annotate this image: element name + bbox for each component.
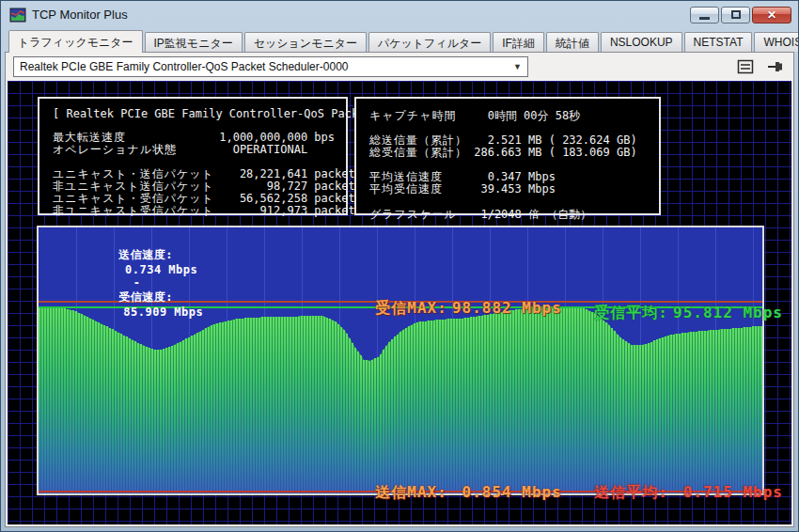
recv-avg-readout: 受信平均:95.812 Mbps bbox=[494, 286, 783, 341]
info-row: オペレーショナル状態 OPERATIONAL bbox=[53, 144, 338, 156]
tab-whois[interactable]: WHOIS bbox=[754, 32, 799, 52]
app-window: TCP Monitor Plus ✕ トラフィックモニター IP監視モニター セ… bbox=[0, 0, 799, 532]
list-icon bbox=[737, 59, 754, 74]
send-avg-value: 0.715 Mbps bbox=[668, 483, 783, 501]
send-avg-readout: 送信平均:0.715 Mbps bbox=[494, 465, 783, 521]
send-speed-label: 送信速度: bbox=[118, 248, 173, 261]
adapter-list-button[interactable] bbox=[735, 57, 756, 76]
tab-if-detail[interactable]: IF詳細 bbox=[493, 32, 544, 52]
info-row: グラフスケール 1/2048 倍 （自動） bbox=[369, 209, 651, 221]
interface-info-panel: [ Realtek PCIe GBE Family Controller-QoS… bbox=[38, 97, 348, 215]
adapter-toolbar: Realtek PCIe GBE Family Controller-QoS P… bbox=[6, 53, 793, 81]
titlebar: TCP Monitor Plus ✕ bbox=[2, 2, 797, 31]
info-row: キャプチャ時間 0時間 00分 58秒 bbox=[369, 110, 651, 122]
recv-avg-value: 95.812 Mbps bbox=[668, 304, 783, 321]
always-on-top-button[interactable] bbox=[765, 57, 786, 76]
close-button[interactable]: ✕ bbox=[752, 7, 791, 23]
send-speed-value: 0.734 Mbps bbox=[118, 263, 197, 276]
monitor-canvas: [ Realtek PCIe GBE Family Controller-QoS… bbox=[8, 81, 791, 524]
info-row: 総受信量（累計） 286.663 MB ( 183.069 GB) bbox=[369, 147, 651, 159]
minimize-button[interactable] bbox=[690, 7, 719, 23]
send-avg-label: 送信平均: bbox=[594, 483, 668, 501]
maximize-button[interactable] bbox=[721, 7, 750, 23]
recv-avg-label: 受信平均: bbox=[594, 304, 668, 321]
tab-nslookup[interactable]: NSLOOKUP bbox=[601, 32, 682, 52]
app-icon bbox=[9, 8, 26, 23]
window-title: TCP Monitor Plus bbox=[32, 8, 128, 22]
graph-current-speeds: 送信速度: 0.734 Mbps - 受信速度: 85.909 Mbps bbox=[46, 234, 203, 332]
chevron-down-icon: ▼ bbox=[513, 62, 522, 71]
traffic-monitor-page: Realtek PCIe GBE Family Controller-QoS P… bbox=[5, 52, 794, 527]
send-max-label: 送信MAX: bbox=[375, 483, 447, 501]
tab-bar: トラフィックモニター IP監視モニター セッションモニター パケットフィルター … bbox=[8, 32, 792, 52]
traffic-graph: 送信速度: 0.734 Mbps - 受信速度: 85.909 Mbps 受信M… bbox=[37, 226, 764, 495]
adapter-select[interactable]: Realtek PCIe GBE Family Controller-QoS P… bbox=[13, 56, 528, 77]
tab-ip-monitor[interactable]: IP監視モニター bbox=[145, 32, 243, 52]
maximize-icon bbox=[731, 10, 741, 19]
minimize-icon bbox=[699, 17, 710, 20]
tab-netstat[interactable]: NETSTAT bbox=[684, 32, 753, 52]
capture-info-panel: キャプチャ時間 0時間 00分 58秒 総送信量（累計） 2.521 MB ( … bbox=[354, 97, 661, 215]
pin-icon bbox=[767, 59, 784, 74]
tab-packet-filter[interactable]: パケットフィルター bbox=[368, 32, 491, 52]
tab-statistics[interactable]: 統計値 bbox=[546, 32, 599, 52]
close-icon: ✕ bbox=[767, 8, 776, 22]
recv-max-label: 受信MAX: bbox=[375, 299, 447, 317]
info-row: 平均受信速度 39.453 Mbps bbox=[369, 183, 651, 196]
tab-traffic-monitor[interactable]: トラフィックモニター bbox=[8, 30, 143, 53]
adapter-select-value: Realtek PCIe GBE Family Controller-QoS P… bbox=[20, 60, 348, 73]
info-row: 非ユニキャスト受信パケット 912,973 packet bbox=[53, 205, 338, 217]
tab-session-monitor[interactable]: セッションモニター bbox=[244, 32, 367, 52]
interface-title: [ Realtek PCIe GBE Family Controller-QoS… bbox=[53, 108, 338, 120]
recv-speed-label: 受信速度: bbox=[118, 290, 173, 304]
recv-speed-value: 85.909 Mbps bbox=[118, 305, 203, 319]
